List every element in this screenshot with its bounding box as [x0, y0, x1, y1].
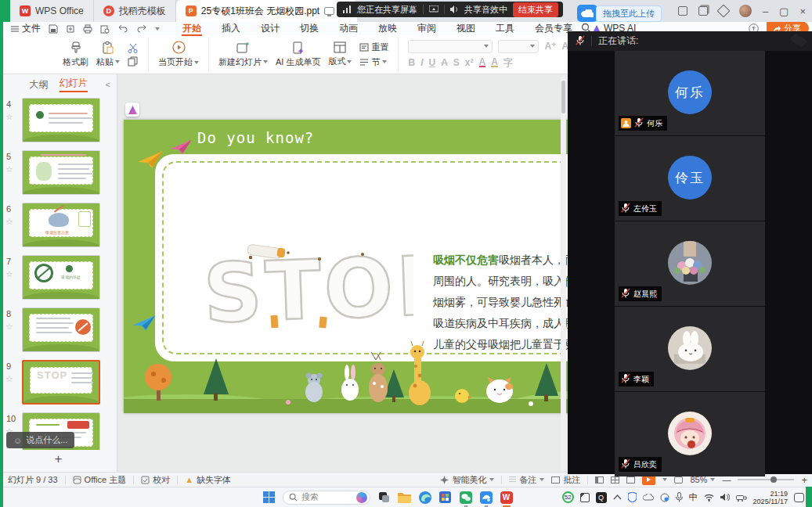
tab-docer[interactable]: D 找稻壳模板 — [94, 0, 176, 22]
screenshot-tool-icon[interactable] — [580, 493, 590, 502]
star-icon[interactable]: ☆ — [5, 374, 13, 384]
security-shield-icon[interactable] — [628, 492, 637, 502]
participant-tile-赵晨熙[interactable]: 赵晨熙 — [615, 221, 765, 306]
play-from-current-button[interactable]: 当页开始 — [158, 41, 199, 68]
participant-tile-左伶玉[interactable]: 伶玉左伶玉 — [615, 136, 765, 221]
start-button[interactable] — [262, 491, 276, 504]
strikethrough-button[interactable]: A — [441, 57, 448, 68]
account-avatar[interactable] — [739, 5, 752, 17]
superscript-button[interactable]: x² — [465, 57, 474, 68]
zoom-slider-thumb[interactable] — [770, 476, 777, 483]
close-button[interactable]: × — [799, 5, 806, 17]
file-explorer-button[interactable] — [398, 491, 411, 504]
comments-button[interactable]: 批注 — [551, 474, 580, 486]
font-color-button[interactable]: A — [479, 58, 486, 67]
store-button[interactable] — [438, 491, 452, 504]
new-slide-button[interactable]: 新建幻灯片 — [218, 41, 268, 68]
tab-slides[interactable]: 幻灯片 — [60, 77, 88, 92]
health-badge[interactable]: 52 — [562, 491, 574, 503]
canvas-scrollbar[interactable] — [561, 76, 566, 470]
menu-tab-工具[interactable]: 工具 — [485, 22, 525, 35]
maximize-button[interactable]: ▢ — [779, 5, 789, 17]
star-icon[interactable]: ☆ — [5, 269, 13, 279]
menu-tab-动画[interactable]: 动画 — [329, 22, 368, 35]
slide-sorter-view-icon[interactable] — [611, 476, 619, 484]
text-effect-button[interactable]: 字 — [503, 56, 513, 70]
wps-ai-fab[interactable] — [125, 102, 139, 117]
canvas-scroll-thumb[interactable] — [561, 81, 565, 113]
fit-slide-icon[interactable] — [674, 476, 683, 484]
font-size-select[interactable] — [498, 40, 539, 53]
increase-font-button[interactable]: A⁺ — [544, 41, 556, 52]
wifi-icon[interactable] — [704, 494, 714, 502]
print-preview-icon[interactable] — [100, 24, 110, 34]
ime-indicator[interactable]: 中 — [689, 491, 698, 503]
slide-thumbnail[interactable] — [22, 150, 100, 195]
print-icon[interactable] — [83, 24, 92, 34]
stop-share-button[interactable]: 结束共享 — [513, 2, 558, 17]
menu-tab-切换[interactable]: 切换 — [290, 22, 329, 35]
menu-tab-放映[interactable]: 放映 — [368, 22, 407, 35]
cloud-sync-icon[interactable] — [643, 494, 654, 501]
cut-icon[interactable] — [128, 43, 139, 53]
menu-tab-设计[interactable]: 设计 — [251, 22, 290, 35]
format-painter-button[interactable]: 格式刷 — [63, 41, 88, 68]
comment-toast[interactable]: ☺ 说点什么... — [6, 432, 74, 448]
slide-canvas[interactable]: Do you know? STOP 吸烟不仅危害吸烟者本人，而且还殃周围的人。研 — [117, 74, 568, 472]
star-icon[interactable]: ☆ — [5, 217, 13, 227]
slideshow-caret-icon[interactable] — [662, 478, 667, 481]
slide-thumbnail[interactable]: 吸烟的坏处 — [22, 255, 100, 300]
ai-generate-page-button[interactable]: AI 生成单页 — [276, 41, 320, 68]
star-icon[interactable]: ☆ — [5, 112, 13, 122]
normal-view-icon[interactable] — [595, 476, 604, 484]
reset-slide-button[interactable]: 重置 — [359, 41, 388, 53]
star-icon[interactable]: ☆ — [5, 322, 13, 332]
apps-cube-icon[interactable] — [716, 5, 730, 18]
task-view-button[interactable] — [377, 491, 391, 504]
tray-expand-icon[interactable] — [613, 494, 622, 500]
layout-button[interactable]: 版式 — [328, 41, 352, 67]
file-menu[interactable]: 文件 — [0, 22, 49, 35]
tab-overview-icon[interactable] — [698, 6, 708, 16]
menu-tab-视图[interactable]: 视图 — [446, 22, 485, 35]
quick-access-caret-icon[interactable] — [155, 27, 160, 31]
upload-chip[interactable]: 拖拽至此上传 — [577, 5, 662, 22]
slide-thumbnail[interactable] — [22, 307, 100, 352]
slide-thumbnail[interactable]: 吸烟危害示意 — [22, 203, 100, 247]
participant-tile-何乐[interactable]: 何乐何乐 — [615, 51, 765, 135]
wps-app-button[interactable]: W — [500, 491, 513, 504]
wechat-button[interactable] — [459, 491, 472, 504]
participant-tile-李颖[interactable]: 李颖 — [615, 307, 765, 391]
tab-outline[interactable]: 大纲 — [30, 78, 49, 92]
device-icon[interactable] — [736, 494, 747, 502]
slide-thumbnail[interactable]: STOP — [22, 360, 100, 405]
save-icon[interactable] — [49, 24, 58, 34]
output-icon[interactable] — [66, 24, 75, 34]
menu-tab-开始[interactable]: 开始 — [172, 22, 211, 35]
undo-icon[interactable] — [117, 24, 128, 33]
theme-button[interactable]: Office 主题 — [73, 474, 127, 486]
slide-thumbnail[interactable] — [22, 98, 100, 142]
collapse-panel-icon[interactable]: < — [106, 80, 110, 89]
zoom-in-button[interactable]: + — [801, 474, 807, 486]
menu-tab-审阅[interactable]: 审阅 — [407, 22, 446, 35]
shared-screen-icon[interactable] — [429, 5, 438, 13]
bold-button[interactable]: B — [408, 57, 415, 68]
reading-view-icon[interactable] — [626, 476, 635, 484]
proofing-button[interactable]: 校对 — [141, 474, 170, 486]
quark-icon[interactable]: Q — [596, 492, 607, 503]
copilot-icon[interactable] — [356, 492, 367, 503]
participant-tile-吕欣奕[interactable]: 吕欣奕 — [615, 392, 765, 476]
notification-center-icon[interactable] — [794, 493, 804, 502]
tray-clock[interactable]: 21:19 2025/11/17 — [753, 490, 788, 505]
edge-browser-button[interactable] — [418, 491, 431, 504]
tab-wps-home[interactable]: W WPS Office — [10, 0, 94, 22]
notes-button[interactable]: 备注 — [509, 474, 544, 486]
workspace-icon[interactable] — [678, 6, 687, 16]
section-button[interactable]: 节 — [359, 56, 388, 68]
smart-beautify-button[interactable]: 智能美化 — [440, 474, 494, 486]
slide-page[interactable]: Do you know? STOP 吸烟不仅危害吸烟者本人，而且还殃周围的人。研 — [124, 120, 568, 413]
add-slide-button[interactable]: + — [0, 451, 117, 467]
tab-document[interactable]: P 25专硕1班班会 无烟校园.ppt × — [176, 0, 357, 22]
paste-button[interactable]: 粘贴 — [96, 41, 120, 68]
